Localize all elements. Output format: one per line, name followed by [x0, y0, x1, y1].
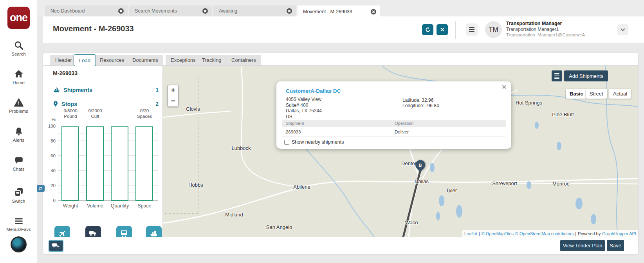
tab-search-movements[interactable]: Search Movements: [129, 5, 212, 16]
stop-marker-b[interactable]: B: [413, 158, 427, 172]
chart-capacity-label-space: 0/20 Spaces: [131, 108, 158, 119]
tab-close-icon[interactable]: [287, 8, 292, 14]
openmaptiles-link[interactable]: © OpenMapTiles: [482, 231, 514, 236]
view-tender-plan-button[interactable]: View Tender Plan: [560, 240, 605, 251]
map-zoom-control: + −: [168, 85, 179, 107]
mode-air-button[interactable]: [54, 226, 70, 237]
popup-close-icon[interactable]: [501, 84, 507, 90]
page-header: Movement - M-269033 TM Transportation Ma…: [43, 16, 644, 43]
layer-basic-button[interactable]: Basic: [566, 89, 587, 99]
tab-header[interactable]: Header: [50, 55, 77, 65]
tab-close-icon[interactable]: [371, 9, 376, 14]
subtab-label: Exceptions: [171, 57, 196, 63]
stop-site-link[interactable]: CustomerA-Dallas DC: [286, 88, 341, 94]
one-logo[interactable]: one: [7, 7, 30, 29]
tab-documents[interactable]: Documents: [127, 55, 163, 65]
map-canvas[interactable]: Clovis Lubbock Hobbs Midland San Angelo …: [162, 66, 638, 237]
zoom-in-button[interactable]: +: [168, 85, 179, 96]
user-menu-dropdown-button[interactable]: [617, 24, 628, 35]
mode-truck-button[interactable]: [85, 226, 101, 237]
tab-exceptions[interactable]: Exceptions: [166, 55, 201, 65]
mode-rail-button[interactable]: [116, 226, 132, 237]
subtab-label: Load: [79, 58, 90, 63]
map-city-label: Dallas: [415, 178, 429, 184]
page-title: Movement - M-269033: [53, 24, 134, 33]
tab-movement-active[interactable]: Movement - M-269033: [298, 5, 380, 18]
leaflet-link[interactable]: Leaflet: [464, 231, 477, 236]
close-page-button[interactable]: [437, 24, 448, 35]
tab-label: Neo Dashboard: [51, 8, 118, 14]
vessel-icon: [149, 229, 159, 237]
map-city-label: Midland: [225, 212, 243, 218]
tab-load[interactable]: Load: [74, 54, 96, 66]
sidebar-item-search[interactable]: Search: [0, 40, 37, 56]
tab-awaiting[interactable]: Awaiting: [213, 5, 296, 16]
left-sidebar: one Search Home Problems Alerts Chats Sw…: [0, 0, 37, 263]
address-line: Suite# 400: [286, 103, 322, 108]
stop-info-popup: CustomerA-Dallas DC 4055 Valley View Sui…: [276, 81, 511, 149]
zoom-out-button[interactable]: −: [168, 96, 179, 107]
tab-close-icon[interactable]: [202, 8, 208, 14]
subtab-label: Documents: [132, 57, 158, 63]
bell-icon: [14, 126, 24, 137]
refresh-button[interactable]: [422, 24, 433, 35]
shipments-label: Shipments: [63, 87, 152, 93]
sidebar-item-problems[interactable]: Problems: [0, 97, 37, 113]
stops-count: 2: [155, 101, 159, 107]
chat-bubble-icon: [14, 155, 24, 166]
movement-id: M-269033: [53, 70, 159, 80]
layer-street-button[interactable]: Street: [586, 89, 607, 99]
layer-actual-button[interactable]: Actual: [609, 89, 631, 99]
chart-y-axis-unit: %: [45, 117, 56, 122]
menu-bars-icon: [14, 216, 24, 226]
sidebar-item-chats[interactable]: Chats: [0, 155, 37, 171]
user-avatar[interactable]: TM: [485, 21, 502, 38]
map-city-label: Clovis: [186, 106, 200, 112]
subtab-label: Containers: [231, 57, 256, 63]
workspace-tabstrip: Neo Dashboard Search Movements Awaiting …: [37, 0, 644, 16]
popup-cell-shipment[interactable]: 269033: [286, 130, 301, 134]
map-menu-button[interactable]: [552, 70, 562, 81]
tab-label: Awaiting: [219, 8, 287, 14]
stop-longitude: Longitude: -96.84: [402, 103, 439, 108]
switch-windows-icon: [13, 187, 24, 198]
map-city-label: Tyler: [446, 187, 457, 193]
show-nearby-shipments-checkbox[interactable]: [284, 140, 289, 145]
chart-category-weight: Weight: [57, 203, 84, 209]
add-shipments-button[interactable]: Add Shipments: [564, 70, 608, 81]
map-city-label: Monroe: [552, 181, 570, 187]
sidebar-item-home[interactable]: Home: [0, 69, 37, 85]
chart-category-space: Space: [131, 203, 158, 209]
tab-resources[interactable]: Resources: [95, 55, 129, 65]
tab-tracking[interactable]: Tracking: [197, 55, 226, 65]
sidebar-item-menus-favs[interactable]: Menus/Favs: [0, 216, 37, 232]
mode-ocean-button[interactable]: [146, 226, 162, 237]
save-button[interactable]: Save: [607, 240, 624, 251]
map-city-label: Shreveport: [492, 180, 517, 186]
warning-triangle-icon: [14, 97, 24, 108]
address-line: 4055 Valley View: [286, 97, 322, 103]
header-divider: [455, 21, 456, 39]
openstreetmap-link[interactable]: © OpenStreetMap contributors: [515, 231, 574, 236]
refresh-icon: [425, 27, 431, 33]
chat-button[interactable]: [49, 240, 63, 252]
tab-neo-dashboard[interactable]: Neo Dashboard: [45, 5, 128, 16]
header-menu-button[interactable]: [466, 23, 478, 36]
sidebar-item-alerts[interactable]: Alerts: [0, 126, 37, 142]
sidebar-label: Menus/Favs: [6, 227, 31, 232]
popup-row-divider: [282, 136, 506, 137]
shipments-row[interactable]: Shipments 1: [53, 83, 159, 97]
map-city-label: Abilene: [293, 184, 310, 190]
footer-actions: View Tender Plan Save: [560, 240, 624, 251]
hamburger-icon: [554, 73, 559, 74]
tab-close-icon[interactable]: [118, 8, 124, 14]
tab-containers[interactable]: Containers: [226, 55, 261, 65]
movement-detail-card: Header Load Resources Documents Exceptio…: [43, 53, 638, 254]
graphhopper-link[interactable]: GraphHopper API: [602, 231, 636, 236]
sidebar-label: Search: [11, 52, 25, 56]
popup-table-header-strip: [282, 120, 506, 127]
map-city-label: Hobbs: [188, 182, 203, 188]
sidebar-item-switch[interactable]: Switch: [0, 187, 37, 204]
y-tick: 60: [45, 153, 56, 158]
one-network-globe-logo[interactable]: [11, 236, 27, 252]
